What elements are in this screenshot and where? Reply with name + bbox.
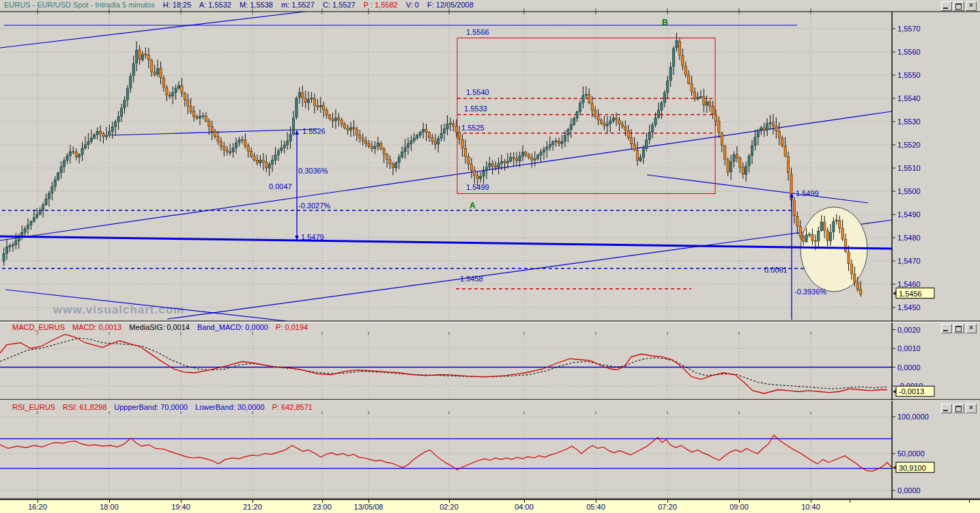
svg-text:1,5510: 1,5510 <box>897 164 921 172</box>
time-tick <box>850 500 850 503</box>
minimize-icon <box>943 330 948 331</box>
svg-text:0.0061: 0.0061 <box>764 266 788 274</box>
time-tick <box>811 500 811 503</box>
svg-text:0,0020: 0,0020 <box>897 326 921 334</box>
macd-signal-value: MediaSIG: 0,0014 <box>129 323 190 331</box>
svg-text:1,5480: 1,5480 <box>897 234 921 242</box>
retracement-box[interactable] <box>456 38 715 289</box>
minimize-icon <box>943 8 948 9</box>
svg-text:1,5500: 1,5500 <box>897 187 921 195</box>
close-button[interactable]: × <box>966 404 977 413</box>
macd-window-controls: × <box>941 324 977 333</box>
macd-header: MACD_EURUS MACD: 0,0013 MediaSIG: 0,0014… <box>0 322 313 333</box>
time-label: 13/05/08 <box>354 503 384 511</box>
maximize-button[interactable] <box>953 1 964 11</box>
time-tick <box>739 500 740 503</box>
minimize-button[interactable] <box>941 324 952 333</box>
last-price-box: 30,9100 <box>893 462 934 473</box>
svg-text:A: A <box>470 201 476 210</box>
svg-text:30,9100: 30,9100 <box>899 464 926 472</box>
svg-text:-0.3027%: -0.3027% <box>298 202 330 210</box>
svg-text:1.5499: 1.5499 <box>466 183 489 191</box>
svg-text:1.5458: 1.5458 <box>460 275 483 283</box>
svg-text:1.5499: 1.5499 <box>796 189 819 197</box>
minimize-button[interactable] <box>941 1 952 11</box>
rsi-header: RSI_EURUS RSI: 61,8298 UppperBand: 70,00… <box>0 402 318 413</box>
rsi-panel[interactable] <box>0 435 892 471</box>
time-tick <box>253 500 253 503</box>
price-panel[interactable]: www.visualchart.com0.3951%1.55661.55401.… <box>0 12 892 321</box>
minimize-icon <box>943 410 948 411</box>
minimize-button[interactable] <box>941 404 952 413</box>
chart-labels: 1.55661.55401.55331.55251.54991.54581.55… <box>269 18 826 296</box>
svg-text:0,0000: 0,0000 <box>897 486 921 495</box>
maximize-button[interactable] <box>953 404 964 413</box>
time-tick <box>322 500 323 503</box>
svg-text:1.5540: 1.5540 <box>466 88 489 96</box>
svg-text:1,5450: 1,5450 <box>897 303 921 311</box>
maximize-icon <box>955 406 962 412</box>
maximize-icon <box>955 3 962 10</box>
time-label: 09:00 <box>730 503 749 511</box>
svg-text:-0.3936%: -0.3936% <box>794 288 826 296</box>
close-icon: × <box>966 324 976 332</box>
trendline[interactable] <box>647 175 868 203</box>
rsi-indicator-name: RSI_EURUS <box>12 403 55 411</box>
svg-text:1,5550: 1,5550 <box>897 71 921 79</box>
watermark: www.visualchart.com <box>53 303 184 316</box>
maximize-button[interactable] <box>953 324 964 333</box>
time-label: 07:20 <box>658 503 677 511</box>
svg-text:-0,0013: -0,0013 <box>899 387 924 396</box>
close-button[interactable]: × <box>966 324 977 333</box>
svg-text:1,5520: 1,5520 <box>897 141 921 149</box>
svg-text:1,5540: 1,5540 <box>897 94 921 102</box>
svg-text:0.3036%: 0.3036% <box>298 167 328 175</box>
macd-panel[interactable] <box>0 334 892 393</box>
price-axis[interactable]: 1,55701,55601,55501,55401,55301,55201,55… <box>892 12 934 499</box>
svg-text:1.5533: 1.5533 <box>464 105 487 113</box>
rsi-lowerband-value: LowerBand: 30,0000 <box>195 403 265 411</box>
candlesticks <box>3 33 862 296</box>
svg-text:0.0047: 0.0047 <box>269 182 292 191</box>
svg-text:0,0010: 0,0010 <box>897 344 921 352</box>
last-price-box: -0,0013 <box>893 386 934 396</box>
macd-p-value: P: 0,0194 <box>276 323 308 331</box>
time-tick <box>596 500 596 503</box>
svg-text:1,5456: 1,5456 <box>899 290 922 298</box>
time-axis[interactable]: 16:2018:0019:4021:2023:0013/05/0802:2004… <box>0 499 980 513</box>
chart-canvas[interactable]: www.visualchart.com0.3951%1.55661.55401.… <box>0 0 980 513</box>
svg-text:1,5470: 1,5470 <box>897 257 921 265</box>
svg-text:1.5525: 1.5525 <box>461 124 485 132</box>
time-tick <box>667 500 668 503</box>
svg-text:1,5570: 1,5570 <box>897 25 921 33</box>
svg-text:50,0000: 50,0000 <box>897 449 925 458</box>
svg-text:1.5479: 1.5479 <box>301 233 324 241</box>
svg-text:1,5490: 1,5490 <box>897 210 921 219</box>
trendline[interactable] <box>0 12 305 48</box>
svg-text:0,0000: 0,0000 <box>897 363 921 372</box>
close-button[interactable]: × <box>966 1 977 11</box>
macd-indicator-name: MACD_EURUS <box>12 323 65 331</box>
time-label: 04:00 <box>515 503 534 511</box>
time-label: 19:40 <box>171 503 190 511</box>
svg-text:1.5566: 1.5566 <box>466 28 489 36</box>
time-tick <box>181 500 182 503</box>
time-label: 05:40 <box>586 503 605 511</box>
time-label: 16:20 <box>28 503 47 511</box>
visual-chart-window: EURUS - EUR/USD Spot - Intradia 5 minuto… <box>0 0 980 513</box>
svg-text:100,0000: 100,0000 <box>897 413 929 421</box>
main-window-controls: × <box>941 1 977 11</box>
rsi-upperband-value: UppperBand: 70,0000 <box>114 403 188 411</box>
rsi-window-controls: × <box>941 404 977 413</box>
trendline[interactable] <box>5 290 287 321</box>
rsi-value: RSI: 61,8298 <box>63 403 106 411</box>
time-tick <box>449 500 450 503</box>
rsi-p-value: P: 642,8571 <box>272 403 313 411</box>
svg-text:1,5460: 1,5460 <box>897 280 921 288</box>
time-tick <box>369 500 369 503</box>
svg-text:1.5526: 1.5526 <box>302 127 326 135</box>
time-tick <box>109 500 110 503</box>
svg-text:www.visualchart.com: www.visualchart.com <box>53 303 184 316</box>
svg-text:1,5530: 1,5530 <box>897 117 921 126</box>
close-icon: × <box>966 1 976 10</box>
